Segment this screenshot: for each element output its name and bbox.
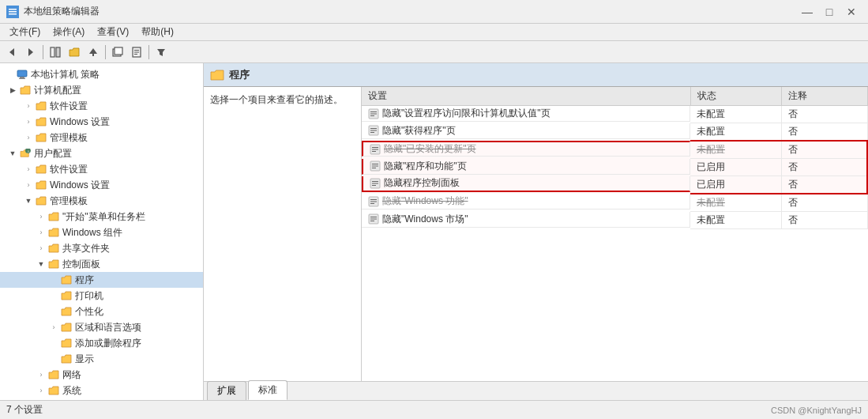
- setting-name-cell: 隐藏程序控制面板: [362, 176, 690, 192]
- svg-marker-8: [89, 48, 97, 54]
- menu-help[interactable]: 帮助(H): [135, 24, 180, 40]
- tree-expand-ss-cc[interactable]: ›: [22, 100, 35, 112]
- tree-shared-folder[interactable]: › 共享文件夹: [0, 240, 203, 256]
- svg-rect-47: [370, 217, 377, 217]
- table-row[interactable]: 隐藏"Windows 市场"未配置否: [362, 212, 867, 229]
- tree-expand-sys[interactable]: ›: [35, 384, 47, 397]
- svg-rect-6: [51, 47, 54, 57]
- setting-note-cell: 否: [781, 194, 867, 212]
- tree-expand-sf[interactable]: ›: [35, 242, 47, 255]
- tree-label-admin-cc: 管理模板: [50, 131, 88, 145]
- setting-row-icon: [370, 177, 384, 189]
- properties-button[interactable]: [128, 43, 145, 61]
- folder-icon-net: [47, 368, 60, 381]
- title-controls: — □ ✕: [797, 4, 862, 20]
- tree-win-settings-uc[interactable]: › Windows 设置: [0, 177, 203, 193]
- tree-personalize[interactable]: 个性化: [0, 304, 203, 319]
- tree-display[interactable]: 显示: [0, 351, 203, 367]
- svg-rect-48: [370, 219, 377, 220]
- svg-rect-29: [370, 132, 374, 133]
- tree-label-ws-uc: Windows 设置: [50, 179, 110, 192]
- svg-marker-16: [157, 49, 165, 56]
- forward-button[interactable]: [22, 43, 39, 61]
- tree-expand-net[interactable]: ›: [35, 368, 47, 381]
- back-button[interactable]: [3, 43, 21, 61]
- table-row[interactable]: 隐藏程序控制面板已启用否: [362, 176, 867, 194]
- tree-expand-uc[interactable]: ▼: [6, 147, 19, 160]
- table-row[interactable]: 隐藏"已安装的更新"页未配置否: [362, 141, 867, 159]
- tree-expand-ss-uc[interactable]: ›: [22, 163, 35, 176]
- tree-expand-admin-cc[interactable]: ›: [22, 131, 35, 144]
- folder-icon-admin-uc: [35, 194, 47, 207]
- menu-view[interactable]: 查看(V): [91, 24, 135, 40]
- tree-expand-cc[interactable]: ▶: [6, 84, 19, 96]
- show-hide-button[interactable]: [47, 43, 64, 61]
- tree-control-panel[interactable]: ▼ 控制面板: [0, 256, 203, 272]
- folder-icon-wc: [47, 226, 60, 239]
- tree-computer-config[interactable]: ▶ 计算机配置: [0, 82, 203, 98]
- tree-add-remove[interactable]: 添加或删除程序: [0, 335, 203, 351]
- minimize-button[interactable]: —: [797, 4, 817, 20]
- tree-label-net: 网络: [62, 368, 81, 382]
- tree-expand-ws-cc[interactable]: ›: [22, 115, 35, 128]
- tab-standard[interactable]: 标准: [248, 380, 287, 400]
- tree-expand-cp[interactable]: ▼: [35, 258, 47, 270]
- tree-network[interactable]: › 网络: [0, 367, 203, 383]
- tree-panel: 本地计算机 策略 ▶ 计算机配置 › 软件设置 ›: [0, 63, 204, 400]
- tab-expand[interactable]: 扩展: [207, 381, 246, 400]
- svg-rect-1: [9, 9, 17, 10]
- table-row[interactable]: 隐藏"设置程序访问限和计算机默认值"页未配置否: [362, 106, 867, 123]
- tree-admin-cc[interactable]: › 管理模板: [0, 130, 203, 145]
- svg-rect-2: [9, 11, 17, 13]
- tree-soft-settings-uc[interactable]: › 软件设置: [0, 161, 203, 177]
- tree-label-wc: Windows 组件: [62, 226, 122, 240]
- filter-button[interactable]: [152, 43, 170, 61]
- tree-expand-root[interactable]: [3, 68, 16, 81]
- tree-expand-rl[interactable]: ›: [47, 321, 60, 334]
- tree-label-print: 打印机: [75, 289, 103, 303]
- svg-rect-33: [372, 151, 376, 152]
- svg-rect-35: [372, 164, 378, 164]
- tree-label-disp: 显示: [75, 353, 94, 366]
- new-window-button[interactable]: [109, 43, 126, 61]
- window-title: 本地组策略编辑器: [24, 5, 100, 18]
- folder-icon-ws-cc: [35, 115, 47, 128]
- separator-1: [43, 45, 43, 59]
- folder-icon-sm: [47, 210, 60, 223]
- tree-root[interactable]: 本地计算机 策略: [0, 66, 203, 82]
- menu-action[interactable]: 操作(A): [47, 24, 91, 40]
- tree-admin-uc[interactable]: ▼ 管理模板: [0, 193, 203, 209]
- tree-expand-sm[interactable]: ›: [35, 210, 47, 223]
- menu-file[interactable]: 文件(F): [3, 24, 47, 40]
- tree-expand-admin-uc[interactable]: ▼: [22, 194, 35, 207]
- tree-region-lang[interactable]: › 区域和语言选项: [0, 319, 203, 335]
- right-panel-header: 程序: [204, 63, 868, 87]
- tree-win-settings-cc[interactable]: › Windows 设置: [0, 114, 203, 130]
- close-button[interactable]: ✕: [841, 4, 862, 20]
- tree-win-components[interactable]: › Windows 组件: [0, 225, 203, 240]
- folder-button[interactable]: [66, 43, 83, 61]
- folder-icon-sys: [47, 384, 60, 397]
- tree-soft-settings-cc[interactable]: › 软件设置: [0, 98, 203, 114]
- setting-name-cell: 隐藏"Windows 市场": [362, 212, 690, 228]
- folder-icon-cc: [19, 84, 32, 96]
- tree-expand-wc[interactable]: ›: [35, 226, 47, 239]
- tree-label-rl: 区域和语言选项: [75, 321, 141, 334]
- svg-rect-25: [370, 115, 374, 116]
- setting-note-cell: 否: [781, 123, 867, 142]
- table-row[interactable]: 隐藏"获得程序"页未配置否: [362, 123, 867, 142]
- tree-printer[interactable]: 打印机: [0, 288, 203, 304]
- tree-expand-ws-uc[interactable]: ›: [22, 179, 35, 191]
- tree-start-menu[interactable]: › "开始"菜单和任务栏: [0, 209, 203, 225]
- up-button[interactable]: [85, 43, 102, 61]
- table-row[interactable]: 隐藏"程序和功能"页已启用否: [362, 159, 867, 176]
- tree-user-config[interactable]: ▼ 人 用户配置: [0, 145, 203, 161]
- table-row[interactable]: 隐藏"Windows 功能"未配置否: [362, 194, 867, 212]
- svg-rect-39: [372, 181, 378, 182]
- title-bar-left: 本地组策略编辑器: [6, 5, 100, 18]
- restore-button[interactable]: □: [819, 4, 840, 20]
- tree-system[interactable]: › 系统: [0, 383, 203, 398]
- setting-name-text: 隐藏"程序和功能"页: [384, 160, 467, 173]
- computer-icon: [16, 68, 28, 81]
- tree-programs[interactable]: 程序: [0, 272, 203, 288]
